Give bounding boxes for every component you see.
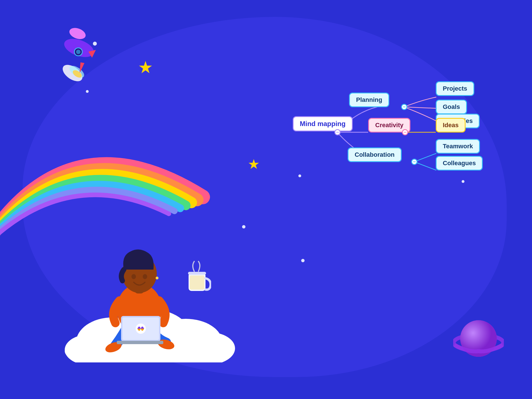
mindmap-teamwork: Teamwork (436, 139, 480, 154)
mindmap-central: Mind mapping (293, 116, 353, 131)
svg-point-3 (68, 26, 87, 41)
svg-rect-21 (117, 341, 163, 344)
person (87, 233, 194, 351)
mindmap-colleagues: Colleagues (436, 156, 483, 171)
mindmap: Mind mapping Planning Projects Goals Str… (262, 45, 515, 219)
mindmap-planning-dot (401, 104, 407, 110)
mindmap-projects: Projects (436, 81, 474, 96)
dot-3 (242, 225, 245, 228)
mindmap-planning: Planning (349, 93, 389, 107)
mindmap-central-dot (334, 129, 341, 135)
mindmap-creativity-dot (402, 129, 408, 135)
mindmap-collaboration-dot (411, 159, 417, 165)
svg-point-26 (156, 277, 158, 279)
svg-rect-30 (190, 275, 204, 290)
mindmap-collaboration: Collaboration (348, 147, 402, 162)
planet (453, 312, 504, 362)
mindmap-ideas: Ideas (436, 118, 466, 133)
svg-point-25 (143, 274, 147, 279)
star-icon-1: ★ (138, 59, 153, 76)
star-icon-2: ★ (248, 158, 260, 171)
mindmap-goals: Goals (436, 100, 467, 114)
dot-5 (301, 259, 305, 262)
svg-rect-29 (188, 272, 206, 275)
coffee-cup (186, 260, 211, 298)
svg-point-24 (131, 274, 136, 279)
